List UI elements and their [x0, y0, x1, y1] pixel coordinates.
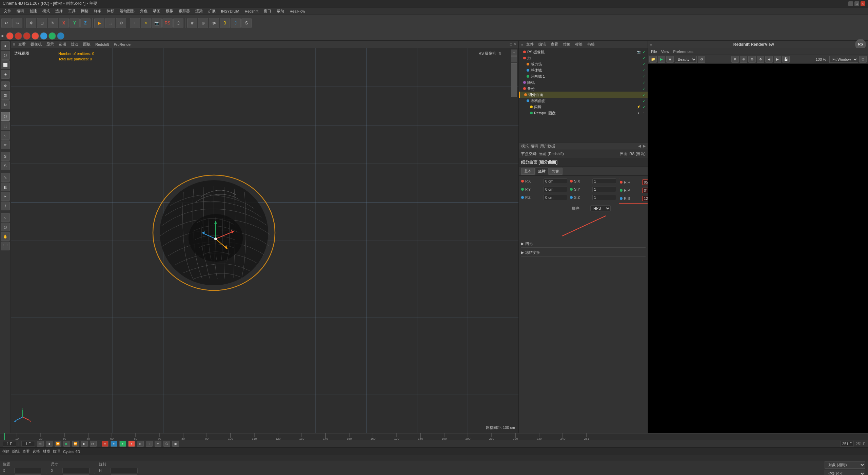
- playback-next-frame[interactable]: ▶: [81, 441, 88, 447]
- rs-tool-settings[interactable]: ⚙: [698, 56, 705, 63]
- color-blue[interactable]: [40, 32, 47, 40]
- color-darkblue[interactable]: [57, 32, 64, 40]
- om-tab-edit[interactable]: 编辑: [537, 41, 548, 48]
- tree-item-sphere-domain[interactable]: 球体域 ✓: [519, 67, 648, 73]
- vp-expand-icon[interactable]: ⊡: [510, 42, 512, 46]
- tree-item-force[interactable]: 力 ✓: [519, 55, 648, 61]
- viewport-content[interactable]: 透视视图 Number of emitters: 0 Total live pa…: [11, 48, 518, 433]
- menu-extend[interactable]: 扩展: [206, 8, 218, 14]
- menu-tools[interactable]: 工具: [66, 8, 78, 14]
- left-tool-circle-select[interactable]: ○: [1, 131, 10, 140]
- rs-render-mode-select[interactable]: Beauty: [675, 56, 697, 63]
- left-tool-object[interactable]: ◈: [1, 70, 10, 79]
- coord-size-x[interactable]: 294.461 cm: [62, 468, 90, 473]
- grid-button[interactable]: #: [187, 18, 197, 28]
- om-tab-view[interactable]: 查看: [549, 41, 560, 48]
- rs-tool-zoom-in[interactable]: ⊕: [740, 56, 747, 63]
- tree-item-domain[interactable]: 域力场 ✓: [519, 61, 648, 67]
- left-tool-edge[interactable]: ⬡: [1, 51, 10, 60]
- left-tool-paint-select[interactable]: ✏: [1, 140, 10, 149]
- viewport[interactable]: ≡ 查看 摄像机 显示 选项 过滤 面板 Redshift ProRender …: [11, 41, 519, 433]
- playback-record-all[interactable]: ●: [128, 441, 135, 447]
- tree-check-force[interactable]: ✓: [642, 56, 646, 60]
- start-frame-input[interactable]: [21, 441, 35, 446]
- vp-menu-camera[interactable]: 摄像机: [29, 41, 43, 48]
- rs-menu-icon[interactable]: ≡: [650, 42, 652, 46]
- left-tool-rotate[interactable]: ↻: [1, 100, 10, 109]
- axis-y-button[interactable]: Y: [70, 18, 80, 28]
- playback-prev-key[interactable]: ⏪: [55, 441, 61, 447]
- size-mode-select[interactable]: 绝对尺寸: [825, 470, 865, 475]
- status-select[interactable]: 选择: [33, 449, 40, 454]
- color-red-1[interactable]: [6, 32, 14, 40]
- rs-tool-fullscreen[interactable]: ⊡: [859, 56, 867, 63]
- snap-button[interactable]: ⊕: [198, 18, 208, 28]
- left-tool-knife[interactable]: ✂: [1, 192, 10, 201]
- tree-item-retopo[interactable]: Retopo_圆盘 ● •: [519, 110, 648, 116]
- menu-edit[interactable]: 编辑: [14, 8, 26, 14]
- menu-spline[interactable]: 样条: [92, 8, 104, 14]
- playback-to-start[interactable]: ⏮: [37, 441, 44, 447]
- props-tab-coord[interactable]: 坐标: [535, 168, 549, 175]
- playback-prev-frame[interactable]: ◀: [46, 441, 53, 447]
- left-tool-loop-sel[interactable]: ○: [1, 213, 10, 222]
- status-view[interactable]: 查看: [22, 449, 30, 454]
- left-tool-grab[interactable]: ✋: [1, 232, 10, 241]
- maximize-button[interactable]: □: [854, 1, 859, 6]
- tree-item-subdiv[interactable]: 细分曲面 ✓: [519, 92, 648, 98]
- menu-help[interactable]: 帮助: [274, 8, 287, 14]
- om-tab-tags[interactable]: 标签: [573, 41, 584, 48]
- playback-record-rot[interactable]: ●: [111, 441, 117, 447]
- playback-play[interactable]: ▶: [63, 441, 70, 447]
- viewport-menu-icon[interactable]: ≡: [13, 42, 15, 47]
- qr-button[interactable]: QR: [209, 18, 219, 28]
- playback-timeline[interactable]: T: [146, 441, 153, 447]
- vp-menu-redshift[interactable]: Redshift: [94, 42, 111, 47]
- playback-record-scale[interactable]: ●: [119, 441, 126, 447]
- props-tab-basic[interactable]: 基本: [521, 168, 535, 175]
- vp-menu-options[interactable]: 选项: [57, 41, 68, 48]
- vp-menu-prorender[interactable]: ProRender: [112, 42, 133, 47]
- tree-item-flash[interactable]: 闪烁 ⚡ ✓: [519, 104, 648, 110]
- rs-tool-zoom-out[interactable]: ⊖: [748, 56, 756, 63]
- add-light-button[interactable]: ☀: [141, 18, 151, 28]
- vp-menu-view[interactable]: 查看: [17, 41, 27, 48]
- props-nav-left[interactable]: ◀: [638, 144, 641, 148]
- playback-auto-key[interactable]: K: [137, 441, 144, 447]
- left-tool-point[interactable]: ●: [1, 41, 10, 50]
- tree-check-domain[interactable]: ✓: [642, 62, 646, 66]
- redo-button[interactable]: ↪: [12, 18, 22, 28]
- rot-h-value[interactable]: 95°: [642, 179, 648, 185]
- rs-tool-grid[interactable]: #: [731, 56, 739, 63]
- props-tab-mode[interactable]: 模式: [521, 144, 529, 149]
- close-button[interactable]: ✕: [861, 1, 865, 6]
- om-tab-file[interactable]: 文件: [525, 41, 535, 48]
- playback-to-end[interactable]: ⏭: [90, 441, 97, 447]
- settings-button[interactable]: S: [241, 18, 252, 28]
- rs-tool-save[interactable]: 💾: [782, 56, 790, 63]
- coord-pos-x[interactable]: 0 cm: [14, 468, 41, 473]
- left-tool-live-select[interactable]: ⬡: [1, 112, 10, 121]
- rs-tool-play[interactable]: ▶: [658, 56, 665, 63]
- menu-simulate[interactable]: 模拟: [163, 8, 176, 14]
- rs-menu-prefs[interactable]: Preferences: [671, 49, 695, 54]
- coord-mode-select[interactable]: 对象 (相对): [825, 461, 865, 469]
- menu-mesh[interactable]: 网格: [79, 8, 91, 14]
- left-tool-magnet[interactable]: S: [1, 152, 10, 161]
- playback-motion[interactable]: M: [155, 441, 161, 447]
- coord-rot-h[interactable]: 95°: [111, 468, 138, 473]
- render-button[interactable]: ▶: [94, 18, 104, 28]
- add-redshift-button[interactable]: RS: [162, 18, 173, 28]
- scale-z-value[interactable]: 1: [592, 195, 616, 200]
- tree-item-radial[interactable]: 经向域 1 ✓: [519, 73, 648, 79]
- om-tab-object[interactable]: 对象: [561, 41, 572, 48]
- tree-check-cloth[interactable]: ✓: [642, 98, 646, 103]
- quaternion-section[interactable]: ▶ 四元: [521, 240, 646, 248]
- freeze-section[interactable]: ▶ 冻结变换: [521, 249, 646, 256]
- end-frame-input[interactable]: [840, 441, 854, 446]
- left-tool-scale[interactable]: ⊡: [1, 91, 10, 100]
- scale-tool-button[interactable]: ⊡: [37, 18, 47, 28]
- undo-button[interactable]: ↩: [1, 18, 12, 28]
- rs-render-viewport[interactable]: [648, 64, 868, 433]
- scale-x-value[interactable]: 1: [592, 178, 616, 184]
